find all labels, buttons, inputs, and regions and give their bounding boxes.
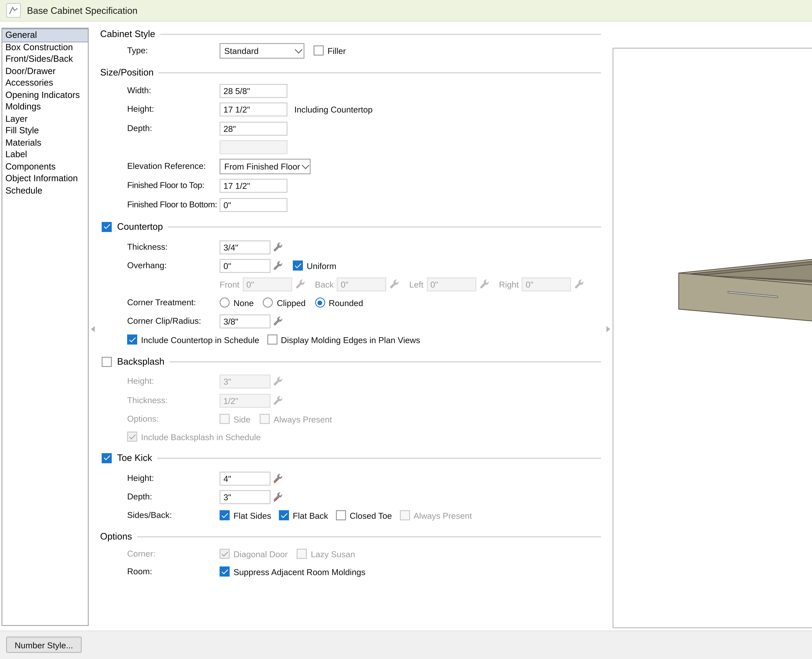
backsplash-thickness-label: Thickness: (127, 395, 167, 405)
section-heading: Options (100, 531, 132, 542)
overhang-back-input (337, 277, 386, 291)
floor-to-top-input[interactable] (219, 178, 287, 192)
section-heading: Countertop (117, 221, 163, 232)
elevation-reference-value: From Finished Floor (224, 162, 300, 171)
backsplash-section-checkbox[interactable] (102, 356, 112, 367)
section-countertop: Countertop (102, 221, 601, 233)
section-options: Options (100, 530, 601, 542)
flat-back-pair[interactable]: Flat Back (279, 510, 328, 520)
corner-clip-radius-label: Corner Clip/Radius: (127, 316, 201, 325)
radio-icon[interactable] (263, 298, 273, 307)
countertop-overhang-input[interactable] (219, 259, 270, 273)
closed-toe-checkbox[interactable] (336, 510, 346, 520)
section-divider (159, 72, 601, 73)
filler-checkbox[interactable] (314, 46, 324, 55)
section-heading: Size/Position (100, 67, 154, 78)
include-countertop-schedule-checkbox[interactable] (127, 334, 137, 345)
overhang-right-label: Right (499, 279, 519, 289)
backsplash-side-pair: Side (219, 414, 251, 424)
default-wrench-icon[interactable] (273, 473, 284, 484)
toe-kick-depth-label: Depth: (127, 492, 152, 501)
uniform-checkbox[interactable] (293, 260, 303, 271)
toe-kick-height-input[interactable] (219, 471, 270, 485)
flat-sides-checkbox[interactable] (219, 510, 230, 520)
cabinet-type-dropdown[interactable]: Standard (219, 43, 304, 58)
section-toe-kick: Toe Kick (102, 452, 601, 464)
base-cabinet-specification-dialog: Base Cabinet Specification General Box C… (0, 0, 812, 659)
floor-to-bottom-label: Finished Floor to Bottom: (127, 200, 217, 209)
countertop-overhang-label: Overhang: (127, 260, 167, 270)
toe-kick-always-present-pair: Always Present (400, 510, 472, 520)
options-corner-label: Corner: (127, 549, 155, 558)
window-titlebar[interactable]: Base Cabinet Specification (0, 0, 812, 22)
radio-label: None (233, 298, 254, 307)
display-molding-edges-label: Display Molding Edges in Plan Views (281, 335, 420, 344)
corner-clip-radius-input[interactable] (219, 314, 270, 328)
section-size-position: Size/Position (100, 66, 601, 79)
filler-checkbox-pair[interactable]: Filler (314, 46, 346, 55)
closed-toe-label: Closed Toe (350, 511, 392, 520)
backsplash-always-present-pair: Always Present (260, 414, 332, 424)
flat-back-checkbox[interactable] (279, 510, 289, 520)
cabinet-3d-model[interactable] (613, 49, 812, 627)
sides-back-label: Sides/Back: (127, 510, 172, 520)
depth-label: Depth: (127, 123, 152, 132)
corner-treatment-label: Corner Treatment: (127, 298, 196, 307)
overhang-left-input (426, 277, 476, 291)
radio-icon[interactable] (219, 298, 230, 307)
display-molding-edges-checkbox[interactable] (267, 334, 277, 345)
corner-rounded-option[interactable]: Rounded (315, 298, 363, 307)
overhang-front-label: Front (219, 279, 240, 289)
default-wrench-icon (295, 279, 306, 289)
preview-pane[interactable] (613, 48, 812, 628)
number-style-button[interactable]: Number Style... (6, 637, 82, 653)
height-label: Height: (127, 104, 154, 114)
countertop-thickness-label: Thickness: (127, 242, 167, 251)
flat-sides-pair[interactable]: Flat Sides (219, 510, 271, 520)
including-countertop-note: Including Countertop (295, 104, 373, 114)
radio-icon[interactable] (315, 298, 325, 307)
chevron-down-icon (302, 161, 310, 169)
suppress-moldings-pair[interactable]: Suppress Adjacent Room Moldings (219, 566, 366, 577)
backsplash-thickness-input (219, 394, 270, 407)
section-divider (168, 226, 601, 227)
toe-kick-always-present-checkbox (400, 510, 410, 520)
height-input[interactable] (219, 102, 287, 116)
floor-to-bottom-input[interactable] (219, 198, 287, 211)
sidebar-item-door-drawer[interactable]: Door/Drawer (2, 65, 88, 77)
include-countertop-schedule-pair[interactable]: Include Countertop in Schedule (127, 334, 259, 345)
corner-clipped-option[interactable]: Clipped (263, 298, 306, 307)
default-wrench-icon (273, 376, 284, 386)
default-wrench-icon[interactable] (273, 241, 284, 252)
depth-input[interactable] (219, 121, 287, 135)
countertop-section-checkbox[interactable] (102, 222, 112, 232)
radio-label: Rounded (329, 298, 363, 307)
elevation-reference-label: Elevation Reference: (127, 161, 206, 170)
type-label: Type: (127, 46, 148, 55)
app-icon (6, 3, 21, 18)
backsplash-side-label: Side (233, 414, 251, 424)
toe-kick-section-checkbox[interactable] (102, 453, 112, 463)
overhang-right-input (522, 277, 571, 291)
corner-none-option[interactable]: None (219, 298, 254, 307)
include-countertop-schedule-label: Include Countertop in Schedule (141, 335, 259, 344)
uniform-checkbox-pair[interactable]: Uniform (293, 260, 336, 271)
include-backsplash-schedule-checkbox (127, 432, 137, 442)
elevation-reference-dropdown[interactable]: From Finished Floor (219, 158, 311, 174)
backsplash-height-label: Height: (127, 376, 154, 385)
sidebar-item-general[interactable]: General (2, 29, 88, 41)
closed-toe-pair[interactable]: Closed Toe (336, 510, 392, 520)
default-wrench-icon (389, 279, 400, 289)
overhang-back-label: Back (315, 279, 334, 289)
suppress-moldings-label: Suppress Adjacent Room Moldings (233, 567, 366, 576)
default-wrench-icon[interactable] (273, 491, 284, 502)
default-wrench-icon[interactable] (273, 315, 284, 326)
countertop-thickness-input[interactable] (219, 240, 270, 254)
radio-label: Clipped (277, 298, 306, 307)
toe-kick-depth-input[interactable] (219, 490, 270, 504)
display-molding-edges-pair[interactable]: Display Molding Edges in Plan Views (267, 334, 420, 345)
chevron-down-icon (295, 46, 303, 53)
width-input[interactable] (219, 84, 287, 98)
suppress-moldings-checkbox[interactable] (219, 566, 230, 577)
default-wrench-icon[interactable] (273, 260, 284, 271)
